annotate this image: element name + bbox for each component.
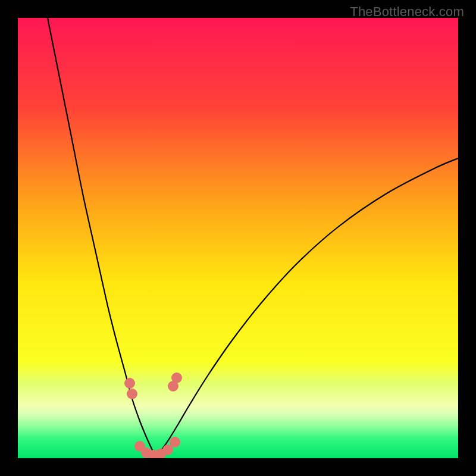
- marker-dot: [124, 378, 135, 389]
- plot-area: [18, 18, 458, 458]
- marker-dot: [171, 372, 182, 383]
- gradient-background: [18, 18, 458, 458]
- chart-frame: TheBottleneck.com: [0, 0, 476, 476]
- marker-dot: [127, 389, 137, 399]
- bottleneck-chart: [18, 18, 458, 458]
- marker-dot: [170, 437, 180, 447]
- watermark-text: TheBottleneck.com: [350, 4, 464, 20]
